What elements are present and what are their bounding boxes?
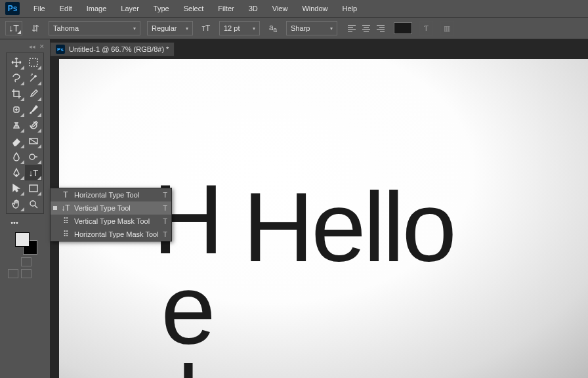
options-bar: ↓T ⇵ Tahoma▾ Regular▾ тT 12 pt▾ aa Sharp…: [0, 17, 588, 39]
lasso-tool[interactable]: [8, 70, 25, 86]
document-tab[interactable]: Ps Untitled-1 @ 66.7% (RGB/8#) *: [50, 42, 175, 56]
text-color-swatch[interactable]: [394, 22, 412, 34]
clone-stamp-tool[interactable]: [8, 117, 25, 133]
vertical-type-icon: ↓T: [61, 203, 70, 213]
app-logo: Ps: [5, 2, 20, 15]
active-tool-indicator[interactable]: ↓T: [5, 21, 22, 35]
font-style-dropdown[interactable]: Regular▾: [147, 21, 193, 35]
brush-tool[interactable]: [25, 102, 42, 117]
panel-collapse-buttons[interactable]: ◂◂✕: [3, 43, 47, 52]
menu-view[interactable]: View: [266, 3, 294, 14]
warp-text-button[interactable]: Ƭ: [419, 21, 433, 35]
foreground-color-swatch[interactable]: [15, 232, 30, 247]
ps-badge-icon: Ps: [56, 45, 65, 54]
font-family-value: Tahoma: [53, 24, 79, 32]
toggle-orientation-icon[interactable]: ⇵: [29, 22, 42, 35]
rectangle-tool[interactable]: [25, 180, 42, 196]
color-swatches[interactable]: [15, 232, 37, 255]
flyout-vertical-type-mask[interactable]: ⠿ Vertical Type Mask Tool T: [51, 215, 171, 228]
font-style-value: Regular: [152, 24, 177, 32]
menu-image[interactable]: Image: [81, 3, 113, 14]
eraser-tool[interactable]: [8, 133, 25, 149]
text-align-group: [345, 22, 387, 35]
menu-window[interactable]: Window: [296, 3, 333, 14]
menu-filter[interactable]: Filter: [212, 3, 240, 14]
quick-mask-button[interactable]: [21, 257, 32, 266]
dodge-tool[interactable]: [25, 149, 42, 165]
align-right-button[interactable]: [374, 22, 387, 35]
chevron-down-icon: ▾: [330, 26, 333, 32]
svg-point-3: [30, 154, 35, 159]
healing-brush-tool[interactable]: [8, 102, 25, 117]
antialias-dropdown[interactable]: Sharp▾: [286, 21, 337, 35]
menu-bar: Ps File Edit Image Layer Type Select Fil…: [0, 0, 588, 17]
chevron-down-icon: ▾: [253, 26, 255, 32]
align-center-button[interactable]: [360, 22, 373, 35]
history-brush-tool[interactable]: [25, 117, 42, 133]
edit-toolbar-button[interactable]: •••: [7, 217, 22, 228]
magic-wand-tool[interactable]: [25, 70, 42, 86]
menu-layer[interactable]: Layer: [115, 3, 145, 14]
gradient-tool[interactable]: [25, 133, 42, 149]
font-family-dropdown[interactable]: Tahoma▾: [49, 21, 140, 35]
svg-rect-0: [30, 58, 37, 66]
type-icon: T: [61, 190, 70, 200]
screen-mode-button-2[interactable]: [21, 269, 32, 278]
font-size-value: 12 pt: [224, 24, 240, 32]
antialias-icon: aa: [266, 23, 280, 33]
chevron-down-icon: ▾: [186, 26, 188, 32]
flyout-horizontal-type[interactable]: T Horizontal Type Tool T: [51, 188, 171, 201]
menu-select[interactable]: Select: [178, 3, 210, 14]
chevron-down-icon: ▾: [133, 26, 136, 32]
horizontal-type-mask-icon: ⠿: [61, 230, 70, 239]
screen-mode-button[interactable]: [8, 269, 18, 278]
horizontal-type-layer[interactable]: Hello: [243, 171, 454, 284]
zoom-tool[interactable]: [25, 196, 42, 212]
menu-file[interactable]: File: [28, 3, 51, 14]
flyout-vertical-type[interactable]: ↓T Vertical Type Tool T: [51, 201, 171, 215]
flyout-horizontal-type-mask[interactable]: ⠿ Horizontal Type Mask Tool T: [51, 228, 171, 241]
antialias-value: Sharp: [291, 24, 310, 32]
type-tool-flyout: T Horizontal Type Tool T ↓T Vertical Typ…: [50, 188, 172, 242]
menu-edit[interactable]: Edit: [54, 3, 78, 14]
menu-type[interactable]: Type: [148, 3, 175, 14]
menu-3d[interactable]: 3D: [243, 3, 264, 14]
align-left-button[interactable]: [345, 22, 358, 35]
vertical-type-mask-icon: ⠿: [61, 217, 70, 226]
document-tab-title: Untitled-1 @ 66.7% (RGB/8#) *: [69, 45, 169, 53]
marquee-tool[interactable]: [25, 54, 42, 70]
menu-help[interactable]: Help: [337, 3, 364, 14]
svg-rect-4: [30, 185, 37, 192]
tools-panel-container: ◂◂✕ ↓T •••: [0, 39, 50, 378]
blur-tool[interactable]: [8, 149, 25, 165]
svg-point-5: [30, 201, 35, 206]
tools-panel: ↓T: [6, 52, 44, 214]
eyedropper-tool[interactable]: [25, 86, 42, 102]
path-selection-tool[interactable]: [8, 180, 25, 196]
type-tool[interactable]: ↓T: [25, 165, 42, 180]
hand-tool[interactable]: [8, 196, 25, 212]
move-tool[interactable]: [8, 54, 25, 70]
pen-tool[interactable]: [8, 165, 25, 180]
crop-tool[interactable]: [8, 86, 25, 102]
font-size-icon: тT: [200, 24, 213, 33]
character-panel-button[interactable]: ▥: [440, 21, 454, 35]
font-size-dropdown[interactable]: 12 pt▾: [219, 21, 260, 35]
